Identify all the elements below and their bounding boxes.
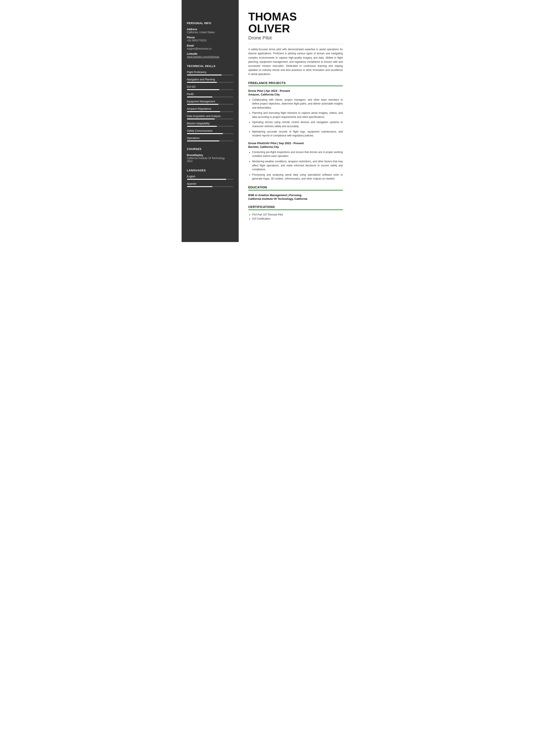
course-institution: California Institute Of Technology (187, 157, 233, 160)
personal-info-section: PERSONAL INFO Address California, United… (187, 21, 233, 58)
language-item: English (187, 175, 233, 180)
job-bullets: Collaborating with clients, project mana… (248, 98, 343, 138)
skill-bar-bg (187, 74, 233, 75)
education-entry: BSB in Aviation Management | Pursuing Ca… (248, 194, 343, 201)
main-content: THOMAS OLIVER Drone Pilot A safety-focus… (239, 0, 353, 242)
skill-bar-fill (187, 119, 215, 120)
skill-item: Equipment Management (187, 100, 233, 105)
skill-bar-fill (187, 96, 213, 97)
job-bullet: Maintaining accurate records of flight l… (252, 130, 343, 138)
skill-item: Airspace Regulations (187, 107, 233, 112)
course-year: 2022 (187, 160, 233, 163)
job-bullet: Conducting pre-flight inspections and en… (252, 150, 343, 158)
last-name: OLIVER (248, 23, 343, 35)
education-list: BSB in Aviation Management | Pursuing Ca… (248, 194, 343, 201)
job-entry: Drone Pilot | Apr 2023 - Present Amazon,… (248, 89, 343, 138)
job-title: Drone Pilot (248, 35, 343, 41)
phone-value: +91-9953776253 (187, 39, 233, 42)
linkedin-item: LinkedIn www.linkedin.com/in/thomas (187, 52, 233, 58)
skill-item: Data Acquisition and Analysis (187, 115, 233, 120)
language-name: English (187, 175, 233, 178)
certifications-list: FAA Part 107 Remote PilotDJI Certificati… (248, 213, 343, 220)
language-name: Spanish (187, 182, 233, 185)
skill-bar-fill (187, 82, 217, 83)
courses-list: DroneDeploy California Institute Of Tech… (187, 154, 233, 163)
skill-bar-bg (187, 82, 233, 83)
skill-name: Mission Adaptability (187, 122, 233, 125)
job-bullet: Monitoring weather conditions, airspace … (252, 159, 343, 172)
email-item: Email support@resumod.co (187, 44, 233, 50)
edu-school: California Institute Of Technology, Cali… (248, 197, 343, 201)
job-bullet: Operating drones using remote control de… (252, 120, 343, 128)
skill-bar-bg (187, 133, 233, 134)
technical-skills-section: TECHNICAL SKILLS Flight Proficiency Navi… (187, 65, 233, 141)
skill-name: Navigation and Planning (187, 78, 233, 81)
certification-item: FAA Part 107 Remote Pilot (252, 213, 343, 216)
header-divider (248, 44, 343, 44)
language-bar-fill (187, 179, 226, 180)
skill-bar-fill (187, 74, 222, 75)
skill-name: Flight Proficiency (187, 71, 233, 74)
certifications-title: CERTIFICATIONS (248, 205, 343, 209)
freelance-underline (248, 86, 343, 86)
job-title-header: Drone Pilot/UAV Pilot | Sep 2022 - Prese… (248, 142, 343, 145)
job-entry: Drone Pilot/UAV Pilot | Sep 2022 - Prese… (248, 142, 343, 181)
freelance-section: FREELANCE PROJECTS Drone Pilot | Apr 202… (248, 81, 343, 181)
education-title: EDUCATION (248, 186, 343, 189)
skill-bar-fill (187, 111, 220, 112)
address-item: Address California, United States (187, 28, 233, 34)
skill-bar-fill (187, 89, 219, 90)
first-name: THOMAS (248, 11, 343, 23)
phone-label: Phone (187, 36, 233, 39)
address-value: California, United States (187, 31, 233, 34)
skill-bar-bg (187, 89, 233, 90)
skill-bar-fill (187, 126, 217, 127)
job-title-header: Drone Pilot | Apr 2023 - Present (248, 89, 343, 93)
languages-list: English Spanish (187, 175, 233, 187)
email-label: Email (187, 44, 233, 47)
language-bar-bg (187, 179, 233, 180)
email-value: support@resumod.co (187, 47, 233, 50)
jobs-list: Drone Pilot | Apr 2023 - Present Amazon,… (248, 89, 343, 181)
freelance-title: FREELANCE PROJECTS (248, 81, 343, 85)
linkedin-label: LinkedIn (187, 52, 233, 55)
skill-item: Safety Consciousness (187, 129, 233, 134)
summary-text: A safety-focused drone pilot with demons… (248, 47, 343, 76)
skill-bar-fill (187, 104, 218, 105)
address-label: Address (187, 28, 233, 31)
skill-name: Equipment Management (187, 100, 233, 103)
certification-item: DJI Certification (252, 217, 343, 220)
job-bullet: Collaborating with clients, project mana… (252, 98, 343, 110)
certifications-underline (248, 209, 343, 210)
languages-title: LANGUAGES (187, 169, 233, 172)
skill-bar-bg (187, 104, 233, 105)
job-bullet: Processing and analyzing aerial data usi… (252, 173, 343, 181)
skill-bar-bg (187, 111, 233, 112)
job-bullet: Planning and executing flight missions t… (252, 111, 343, 119)
skill-item: Pix4D (187, 93, 233, 97)
education-underline (248, 190, 343, 191)
languages-section: LANGUAGES English Spanish (187, 169, 233, 187)
edu-degree: BSB in Aviation Management | Pursuing (248, 194, 343, 197)
skill-name: Data Acquisition and Analysis (187, 115, 233, 118)
skill-bar-bg (187, 141, 233, 141)
skill-name: Safety Consciousness (187, 129, 233, 132)
language-bar-bg (187, 186, 233, 187)
sidebar: PERSONAL INFO Address California, United… (182, 0, 239, 242)
skill-name: Pix4D (187, 93, 233, 96)
education-section: EDUCATION BSB in Aviation Management | P… (248, 186, 343, 201)
skill-name: DJI GO (187, 85, 233, 88)
skill-item: Navigation and Planning (187, 78, 233, 83)
personal-info-title: PERSONAL INFO (187, 21, 233, 25)
skill-bar-fill (187, 141, 219, 141)
name-block: THOMAS OLIVER (248, 11, 343, 34)
courses-section: COURSES DroneDeploy California Institute… (187, 148, 233, 163)
phone-item: Phone +91-9953776253 (187, 36, 233, 42)
courses-title: COURSES (187, 148, 233, 150)
skills-list: Flight Proficiency Navigation and Planni… (187, 71, 233, 141)
skill-item: Mission Adaptability (187, 122, 233, 127)
language-bar-fill (187, 186, 213, 187)
linkedin-value[interactable]: www.linkedin.com/in/thomas (187, 55, 233, 58)
job-company: Amazon, California City (248, 93, 343, 96)
language-item: Spanish (187, 182, 233, 187)
